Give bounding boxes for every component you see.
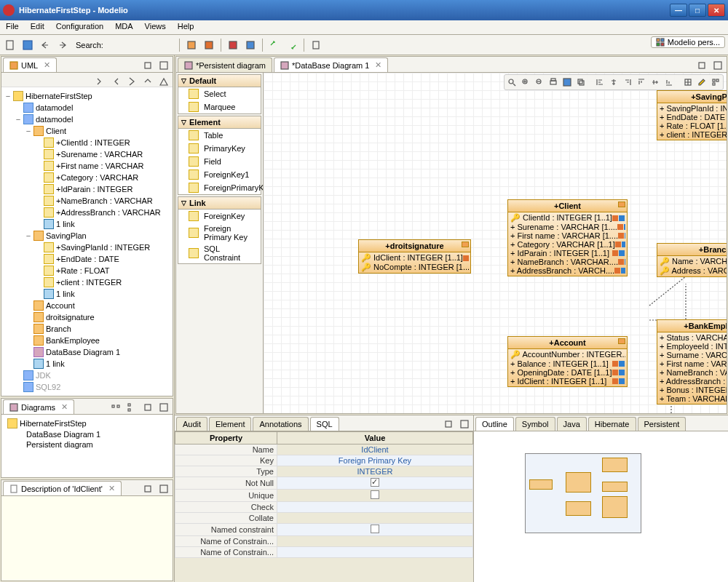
tool-icon-7[interactable] <box>309 38 323 52</box>
palette-item[interactable]: ForeignKey <box>178 210 261 223</box>
prop-value[interactable]: INTEGER <box>277 466 473 477</box>
tab-outline[interactable]: Outline <box>475 417 514 431</box>
tree-item[interactable]: −datamodel <box>4 113 170 125</box>
align-top-icon[interactable] <box>636 76 647 88</box>
outline-canvas[interactable] <box>474 431 728 582</box>
diag-tool-3[interactable] <box>141 400 155 415</box>
palette-group-header[interactable]: ▽Element <box>178 116 261 129</box>
tree-item[interactable]: Account <box>4 300 170 311</box>
tree-item[interactable]: +SavingPlanId : INTEGER <box>4 242 170 253</box>
tree-item[interactable]: +AddressBranch : VARCHAR <box>4 207 170 218</box>
tool-icon-1[interactable] <box>184 38 199 52</box>
minimize-view-icon[interactable] <box>695 58 709 73</box>
layout-icon[interactable] <box>710 76 721 88</box>
prop-value[interactable] <box>277 490 473 502</box>
tree-item[interactable]: DataBase Diagram 1 <box>4 346 170 358</box>
tab-element[interactable]: Element <box>209 417 251 431</box>
editor-tab-persistent[interactable]: *Persistent diagram <box>178 57 272 72</box>
diagrams-tree[interactable]: HibernateFirstStepDataBase Diagram 1Pers… <box>1 415 173 477</box>
palette-item[interactable]: PrimaryKey <box>178 142 261 155</box>
tree-item[interactable]: −HibernateFirstStep <box>4 90 170 102</box>
zoom-fit-icon[interactable] <box>506 76 518 88</box>
prop-value[interactable] <box>277 513 473 524</box>
entity-account[interactable]: +Account🔑 AccountNumber : INTEGER....+ B… <box>507 336 628 387</box>
menu-configuration[interactable]: Configuration <box>50 20 109 34</box>
close-icon[interactable]: ✕ <box>61 402 68 412</box>
tree-nav-icon-4[interactable] <box>141 74 155 89</box>
maximize-view-icon[interactable] <box>157 58 171 73</box>
tree-item[interactable]: +ClientId : INTEGER <box>4 137 170 148</box>
close-icon[interactable]: ✕ <box>44 60 50 70</box>
description-content[interactable] <box>1 496 173 581</box>
editor-tab-database[interactable]: *DataBase Diagram 1 ✕ <box>274 57 388 72</box>
palette-item[interactable]: Foreign Primary Key <box>178 223 261 243</box>
palette-item[interactable]: Select <box>178 87 261 100</box>
tree-item[interactable]: droitsignature <box>4 311 170 323</box>
copy-icon[interactable] <box>575 76 587 88</box>
align-left-icon[interactable] <box>594 76 606 88</box>
tree-item[interactable]: +IdParain : INTEGER <box>4 183 170 195</box>
redo-icon[interactable] <box>55 38 70 52</box>
tree-nav-icon-3[interactable] <box>124 74 139 89</box>
diagram-canvas[interactable]: +droitsignature🔑 IdClient : INTEGER [1..… <box>264 73 727 413</box>
entity-droitsignature[interactable]: +droitsignature🔑 IdClient : INTEGER [1..… <box>358 239 471 274</box>
tree-item[interactable]: +client : INTEGER <box>4 276 170 288</box>
prop-value[interactable] <box>277 477 473 490</box>
tree-item[interactable]: −Client <box>4 125 170 137</box>
menu-edit[interactable]: Edit <box>25 20 50 34</box>
align-middle-icon[interactable] <box>649 76 661 88</box>
tool-icon-5[interactable] <box>267 38 282 52</box>
align-center-icon[interactable] <box>608 76 620 88</box>
prop-value[interactable] <box>277 502 473 513</box>
tree-nav-icon-1[interactable] <box>92 74 107 89</box>
tree-nav-icon-5[interactable] <box>157 74 171 89</box>
tab-annotations[interactable]: Annotations <box>253 417 308 431</box>
tree-item[interactable]: +Surename : VARCHAR <box>4 148 170 160</box>
palette-item[interactable]: ForeignKey1 <box>178 168 261 181</box>
grid-icon[interactable] <box>682 76 694 88</box>
entity-branch[interactable]: +Branch🔑 Name : VARCHAR [1..1]🔑 Address … <box>657 243 727 277</box>
tool-icon-6[interactable] <box>285 38 299 52</box>
property-table[interactable]: PropertyValue NameIdClientKeyForeign Pri… <box>175 431 473 582</box>
diag-tool-4[interactable] <box>157 400 171 415</box>
close-icon[interactable]: ✕ <box>375 60 381 70</box>
tree-item[interactable]: +Rate : FLOAT <box>4 265 170 276</box>
tree-item[interactable]: 1 link <box>4 358 170 370</box>
tab-java[interactable]: Java <box>557 417 587 431</box>
perspective-button[interactable]: Modelio pers... <box>651 36 725 48</box>
palette-item[interactable]: Field <box>178 155 261 168</box>
menu-views[interactable]: Views <box>139 20 172 34</box>
close-icon[interactable]: ✕ <box>108 484 115 493</box>
maximize-view-icon[interactable] <box>711 58 725 73</box>
tool-icon-2[interactable] <box>202 38 216 52</box>
tool-icon-4[interactable] <box>243 38 258 52</box>
tree-item[interactable]: −SavingPlan <box>4 230 170 242</box>
maximize-view-icon[interactable] <box>157 482 171 496</box>
tree-item[interactable]: +First name : VARCHAR <box>4 160 170 172</box>
minimize-view-icon[interactable] <box>141 482 155 496</box>
align-bottom-icon[interactable] <box>663 76 675 88</box>
palette-item[interactable]: SQL Constraint <box>178 243 261 263</box>
tree-item[interactable]: +EndDate : DATE <box>4 253 170 265</box>
print-icon[interactable] <box>547 76 559 88</box>
menu-file[interactable]: File <box>0 20 25 34</box>
save-icon[interactable] <box>20 38 35 52</box>
tree-item[interactable]: 1 link <box>4 218 170 230</box>
prop-tool-1[interactable] <box>441 417 456 431</box>
description-tab[interactable]: Description of 'IdClient' ✕ <box>3 481 122 495</box>
diag-tool-2[interactable] <box>124 400 139 415</box>
tree-nav-icon-2[interactable] <box>108 74 123 89</box>
edit-icon[interactable] <box>696 76 708 88</box>
tree-item[interactable]: datamodel <box>4 102 170 113</box>
diag-tool-1[interactable] <box>108 400 123 415</box>
prop-value[interactable]: Foreign Primary Key <box>277 455 473 466</box>
new-icon[interactable] <box>3 38 17 52</box>
menu-help[interactable]: Help <box>172 20 200 34</box>
diagrams-tab[interactable]: Diagrams ✕ <box>3 399 74 414</box>
palette-group-header[interactable]: ▽Default <box>178 75 261 87</box>
tool-icon-3[interactable] <box>226 38 240 52</box>
tree-item[interactable]: +Category : VARCHAR <box>4 172 170 183</box>
tab-persistent[interactable]: Persistent <box>638 417 687 431</box>
tree-item[interactable]: 1 link <box>4 288 170 300</box>
maximize-button[interactable]: □ <box>689 4 706 17</box>
